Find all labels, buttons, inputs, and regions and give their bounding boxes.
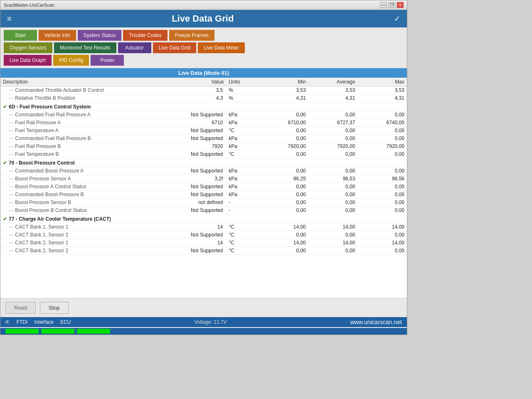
row-average: 0,00 xyxy=(308,167,358,175)
row-value: 7920 xyxy=(173,143,226,150)
row-min: 0,00 xyxy=(259,127,308,135)
nav-row-1: Start Vehicle Info System Status Trouble… xyxy=(0,27,407,43)
row-average: 0,00 xyxy=(308,111,358,119)
row-units: °C xyxy=(226,239,259,247)
row-units: - xyxy=(226,207,259,214)
header-units: Units xyxy=(226,78,259,86)
chevron-down-icon[interactable]: ✓ xyxy=(394,14,400,23)
row-value: 3,2f xyxy=(173,175,226,183)
row-min: 0,00 xyxy=(259,135,308,143)
row-max: 0,00 xyxy=(357,199,407,207)
row-description: Fuel Rail Pressure A xyxy=(0,119,173,127)
row-description: Boost Pressure B Control Status xyxy=(0,207,173,214)
nav-start-button[interactable]: Start xyxy=(4,30,37,41)
row-units: kPa xyxy=(226,135,259,143)
data-table-container[interactable]: Description Value Units Min Average Max … xyxy=(0,78,407,298)
row-description: Commanded Throttle Actuator B Control xyxy=(0,86,173,94)
row-description: CACT Bank 1, Sensor 2 xyxy=(0,231,173,239)
row-average: 14,00 xyxy=(308,239,358,247)
row-max: 3,53 xyxy=(357,86,407,94)
row-min: 0,00 xyxy=(259,191,308,199)
table-row: CACT Bank 1, Sensor 1 14 °C 14,00 14,00 … xyxy=(0,223,407,231)
row-average: 0,00 xyxy=(308,207,358,214)
table-row: Relative Throttle B Position 4,3 % 4,31 … xyxy=(0,94,407,102)
row-value: Not Supported xyxy=(173,127,226,135)
window-controls: — ❐ ✕ xyxy=(380,2,404,8)
row-min: 6710,00 xyxy=(259,119,308,127)
row-description: Commanded Boost Pressure A xyxy=(0,167,173,175)
row-min: 0,00 xyxy=(259,183,308,191)
nav-pid-config-button[interactable]: PID Config xyxy=(53,55,89,66)
nav-actuator-button[interactable]: Actuator xyxy=(118,42,151,53)
group-row: ✔6D - Fuel Pressure Control System xyxy=(0,102,407,111)
row-description: Fuel Temperature B xyxy=(0,150,173,158)
row-min: 0,00 xyxy=(259,247,308,255)
row-average: 0,00 xyxy=(308,150,358,158)
website-label: www.unicarscan.net xyxy=(350,319,402,325)
nav-live-data-grid-button[interactable]: Live Data Grid xyxy=(153,42,197,53)
nav-vehicle-info-button[interactable]: Vehicle Info xyxy=(39,30,76,41)
status-interface: Interface xyxy=(34,319,54,325)
table-row: CACT Bank 1, Sensor 2 Not Supported °C 0… xyxy=(0,231,407,239)
row-max: 4,31 xyxy=(357,94,407,102)
row-value: Not Supported xyxy=(173,247,226,255)
row-units: °C xyxy=(226,231,259,239)
header-min: Min xyxy=(259,78,308,86)
row-max: 96,56 xyxy=(357,175,407,183)
restore-button[interactable]: ❐ xyxy=(389,2,395,8)
row-max: 0,00 xyxy=(357,150,407,158)
row-max: 0,00 xyxy=(357,111,407,119)
row-value: 3,5 xyxy=(173,86,226,94)
row-max: 6740,00 xyxy=(357,119,407,127)
row-value: Not Supported xyxy=(173,191,226,199)
status-rt: rt: xyxy=(5,319,10,325)
row-max: 0,00 xyxy=(357,231,407,239)
table-row: Boost Pressure B Control Status Not Supp… xyxy=(0,207,407,214)
row-max: 0,00 xyxy=(357,183,407,191)
row-description: CACT Bank 1, Sensor 1 xyxy=(0,223,173,231)
row-value: Not Supported xyxy=(173,150,226,158)
row-min: 3,53 xyxy=(259,86,308,94)
nav-live-data-meter-button[interactable]: Live Data Meter xyxy=(198,42,245,53)
table-row: Commanded Boost Pressure B Not Supported… xyxy=(0,191,407,199)
row-average: 0,00 xyxy=(308,247,358,255)
nav-monitored-test-button[interactable]: Monitored Test Results xyxy=(54,42,116,53)
row-min: 7920,00 xyxy=(259,143,308,150)
indicator-3 xyxy=(77,329,110,334)
row-max: 14,00 xyxy=(357,239,407,247)
stop-button[interactable]: Stop xyxy=(40,302,69,314)
row-max: 0,00 xyxy=(357,135,407,143)
nav-trouble-codes-button[interactable]: Trouble Codes xyxy=(123,30,167,41)
voltage-display: Voltage: 11.7V xyxy=(194,319,227,325)
title-bar: ScanMaster-UniCarScan — ❐ ✕ xyxy=(0,0,407,10)
row-value: not defined xyxy=(173,199,226,207)
table-row: Commanded Throttle Actuator B Control 3,… xyxy=(0,86,407,94)
row-min: 0,00 xyxy=(259,199,308,207)
row-description: Commanded Fuel Rail Pressure A xyxy=(0,111,173,119)
nav-oxygen-sensors-button[interactable]: Oxygen Sensors xyxy=(4,42,52,53)
nav-row-2: Oxygen Sensors Monitored Test Results Ac… xyxy=(0,42,407,56)
close-button[interactable]: ✕ xyxy=(397,2,404,8)
row-units: kPa xyxy=(226,167,259,175)
read-button[interactable]: Read xyxy=(5,302,36,314)
header-average: Average xyxy=(308,78,358,86)
row-average: 0,00 xyxy=(308,127,358,135)
table-row: Commanded Fuel Rail Pressure A Not Suppo… xyxy=(0,111,407,119)
row-max: 0,00 xyxy=(357,207,407,214)
menu-icon[interactable]: ≡ xyxy=(7,15,12,23)
row-description: CACT Bank 2, Sensor 2 xyxy=(0,247,173,255)
nav-live-data-graph-button[interactable]: Live Data Graph xyxy=(4,55,52,66)
row-min: 96,25 xyxy=(259,175,308,183)
nav-freeze-frames-button[interactable]: Freeze Frames xyxy=(169,30,214,41)
row-description: Commanded Boost Pressure B xyxy=(0,191,173,199)
table-row: CACT Bank 2, Sensor 2 Not Supported °C 0… xyxy=(0,247,407,255)
row-max: 0,00 xyxy=(357,191,407,199)
row-max: 14,00 xyxy=(357,223,407,231)
nav-system-status-button[interactable]: System Status xyxy=(78,30,121,41)
minimize-button[interactable]: — xyxy=(380,2,387,8)
header-description: Description xyxy=(0,78,173,86)
nav-power-button[interactable]: Power xyxy=(91,55,124,66)
row-value: Not Supported xyxy=(173,111,226,119)
row-average: 96,53 xyxy=(308,175,358,183)
status-indicators xyxy=(0,328,407,335)
